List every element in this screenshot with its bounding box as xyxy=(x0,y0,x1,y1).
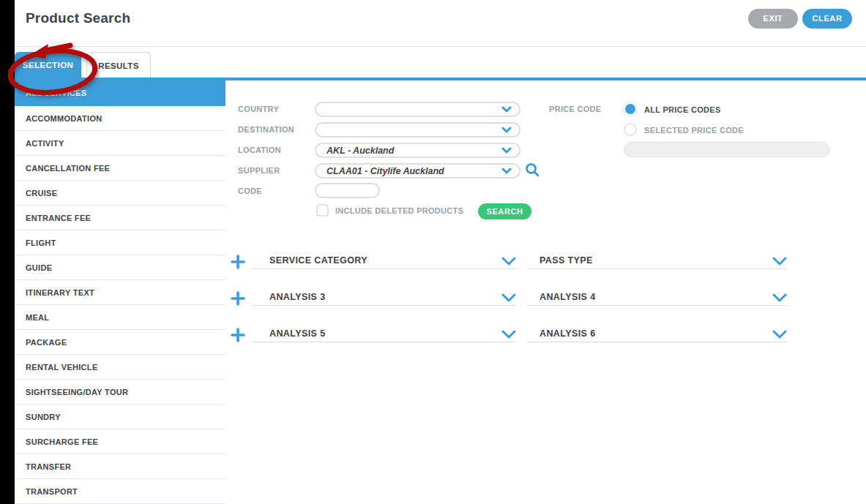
include-deleted-label: INCLUDE DELETED PRODUCTS xyxy=(335,206,463,215)
sidebar-item-transport[interactable]: TRANSPORT xyxy=(15,479,225,504)
sidebar-item-guide[interactable]: GUIDE xyxy=(15,255,225,280)
tab-selection[interactable]: SELECTION xyxy=(15,52,81,78)
sidebar-item-sundry[interactable]: SUNDRY xyxy=(15,405,225,429)
supplier-label: SUPPLIER xyxy=(238,166,280,175)
code-input[interactable] xyxy=(315,183,380,198)
section-analysis-4[interactable]: ANALYSIS 4 xyxy=(527,287,787,306)
section-service-category[interactable]: SERVICE CATEGORY xyxy=(253,250,516,269)
chevron-down-icon[interactable] xyxy=(772,330,787,339)
location-select[interactable]: AKL - Auckland xyxy=(315,143,520,158)
left-black-strip xyxy=(0,0,15,504)
search-button[interactable]: SEARCH xyxy=(478,203,531,219)
sidebar-item-surcharge-fee[interactable]: SURCHARGE FEE xyxy=(15,429,225,454)
selected-price-code-input[interactable] xyxy=(624,142,830,157)
price-code-label: PRICE CODE xyxy=(549,105,601,113)
chevron-down-icon[interactable] xyxy=(501,257,516,266)
all-price-codes-label: ALL PRICE CODES xyxy=(644,105,721,114)
chevron-down-icon[interactable] xyxy=(501,293,516,302)
exit-button[interactable]: EXIT xyxy=(748,9,798,29)
sidebar-item-cruise[interactable]: CRUISE xyxy=(15,181,225,206)
country-select[interactable] xyxy=(315,102,520,117)
product-search-window: Product Search EXIT CLEAR SELECTION RESU… xyxy=(0,0,866,504)
sidebar-item-activity[interactable]: ACTIVITY xyxy=(15,131,225,156)
include-deleted-checkbox[interactable] xyxy=(316,204,329,217)
supplier-select[interactable]: CLAA01 - Citylife Auckland xyxy=(315,163,520,178)
sidebar-item-all-services[interactable]: ALL SERVICES xyxy=(15,80,225,106)
section-analysis-6[interactable]: ANALYSIS 6 xyxy=(527,323,787,342)
destination-select[interactable] xyxy=(315,122,520,138)
section-analysis-5[interactable]: ANALYSIS 5 xyxy=(253,323,516,342)
destination-label: DESTINATION xyxy=(238,125,294,134)
tab-results[interactable]: RESULTS xyxy=(86,52,151,78)
sidebar-item-accommodation[interactable]: ACCOMMODATION xyxy=(15,106,225,131)
service-type-sidebar: ALL SERVICES ACCOMMODATION ACTIVITY CANC… xyxy=(15,80,225,504)
chevron-down-icon xyxy=(501,168,512,174)
chevron-down-icon[interactable] xyxy=(772,257,787,266)
sidebar-item-cancellation-fee[interactable]: CANCELLATION FEE xyxy=(15,156,225,181)
sidebar-item-sightseeing-day-tour[interactable]: SIGHTSEEING/DAY TOUR xyxy=(15,380,225,405)
sidebar-item-meal[interactable]: MEAL xyxy=(15,305,225,330)
country-label: COUNTRY xyxy=(238,105,279,113)
sidebar-item-flight[interactable]: FLIGHT xyxy=(15,230,225,255)
selected-price-code-radio[interactable] xyxy=(624,123,637,136)
expand-plus-icon[interactable] xyxy=(231,328,245,342)
location-label: LOCATION xyxy=(238,146,281,154)
chevron-down-icon xyxy=(501,106,512,113)
expand-plus-icon[interactable] xyxy=(231,291,245,306)
supplier-search-icon[interactable] xyxy=(525,162,540,177)
sidebar-item-rental-vehicle[interactable]: RENTAL VEHICLE xyxy=(15,355,225,380)
all-price-codes-radio[interactable] xyxy=(624,102,637,116)
chevron-down-icon xyxy=(501,147,512,154)
code-label: CODE xyxy=(238,187,262,195)
sidebar-item-package[interactable]: PACKAGE xyxy=(15,330,225,355)
sidebar-item-transfer[interactable]: TRANSFER xyxy=(15,454,225,479)
chevron-down-icon[interactable] xyxy=(501,330,516,339)
header-divider xyxy=(15,46,866,47)
clear-button[interactable]: CLEAR xyxy=(802,9,852,29)
page-title: Product Search xyxy=(26,10,130,26)
sidebar-item-itinerary-text[interactable]: ITINERARY TEXT xyxy=(15,280,225,305)
chevron-down-icon[interactable] xyxy=(772,293,787,302)
sidebar-item-entrance-fee[interactable]: ENTRANCE FEE xyxy=(15,206,225,230)
section-analysis-3[interactable]: ANALYSIS 3 xyxy=(253,287,516,306)
selected-price-code-label: SELECTED PRICE CODE xyxy=(644,126,744,135)
section-pass-type[interactable]: PASS TYPE xyxy=(527,250,787,269)
expand-plus-icon[interactable] xyxy=(231,255,245,269)
chevron-down-icon xyxy=(501,127,512,133)
